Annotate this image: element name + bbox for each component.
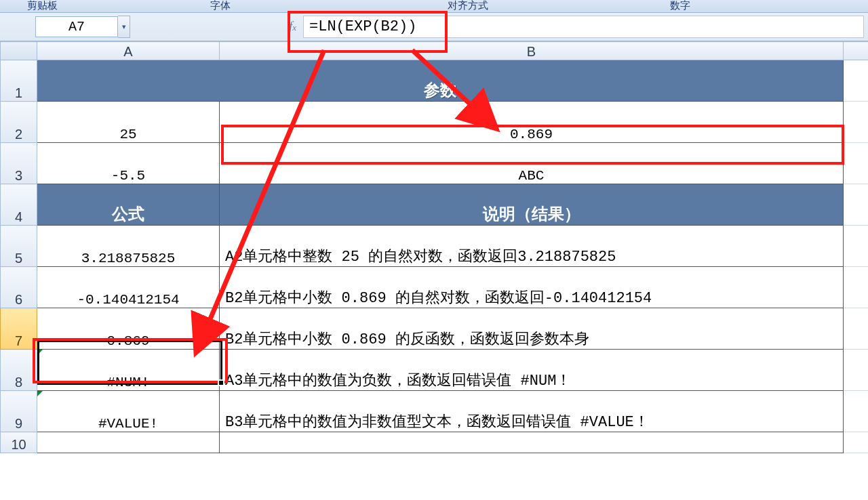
cell-C8[interactable] — [844, 350, 869, 391]
row-header-2[interactable]: 2 — [1, 102, 37, 143]
cell-A6[interactable]: -0.140412154 — [37, 267, 220, 308]
col-header-B[interactable]: B — [220, 42, 844, 60]
cell-C9[interactable] — [844, 391, 869, 432]
cell-A7[interactable]: 0.869 — [37, 308, 220, 350]
formula-bar: A7 ▾ fx — [0, 13, 868, 41]
cell-A3[interactable]: -5.5 — [37, 143, 220, 184]
row-header-6[interactable]: 6 — [1, 267, 37, 308]
cell-B3[interactable]: ABC — [220, 143, 844, 184]
row-header-8[interactable]: 8 — [1, 350, 37, 391]
cell-C7[interactable] — [844, 308, 869, 350]
cell-C10[interactable] — [844, 432, 869, 453]
cell-B8[interactable]: A3单元格中的数值为负数，函数返回错误值 #NUM！ — [220, 350, 844, 391]
cell-B10[interactable] — [220, 432, 844, 453]
cell-C5[interactable] — [844, 226, 869, 267]
select-all-corner[interactable] — [1, 42, 37, 60]
cell-A5[interactable]: 3.218875825 — [37, 226, 220, 267]
name-box-value: A7 — [68, 19, 85, 35]
cell-A4[interactable]: 公式 — [37, 184, 220, 226]
cell-C1[interactable] — [844, 60, 869, 102]
row-header-7[interactable]: 7 — [1, 308, 37, 350]
ribbon-group-font[interactable]: 字体 — [210, 0, 231, 12]
cell-B5[interactable]: A2单元格中整数 25 的自然对数，函数返回3.218875825 — [220, 226, 844, 267]
cell-B4[interactable]: 说明（结果） — [220, 184, 844, 226]
row-header-5[interactable]: 5 — [1, 226, 37, 267]
row-header-1[interactable]: 1 — [1, 60, 37, 102]
cell-B2[interactable]: 0.869 — [220, 102, 844, 143]
cell-C6[interactable] — [844, 267, 869, 308]
worksheet[interactable]: AB1参数2250.8693-5.5ABC4公式说明（结果）53.2188758… — [0, 41, 868, 453]
row-header-9[interactable]: 9 — [1, 391, 37, 432]
cell-A9[interactable]: #VALUE! — [37, 391, 220, 432]
cell-C3[interactable] — [844, 143, 869, 184]
cell-B7[interactable]: B2单元格中小数 0.869 的反函数，函数返回参数本身 — [220, 308, 844, 350]
col-header-c[interactable] — [844, 42, 869, 60]
cell-C2[interactable] — [844, 102, 869, 143]
cell-A10[interactable] — [37, 432, 220, 453]
ribbon-group-number[interactable]: 数字 — [670, 0, 690, 12]
ribbon-group-clipboard[interactable]: 剪贴板 — [27, 0, 58, 12]
formula-input[interactable] — [304, 16, 863, 38]
cell-A2[interactable]: 25 — [37, 102, 220, 143]
row-header-3[interactable]: 3 — [1, 143, 37, 184]
row-header-10[interactable]: 10 — [1, 432, 37, 453]
cell-A8[interactable]: #NUM! — [37, 350, 220, 391]
fx-icon[interactable]: fx — [289, 20, 296, 34]
name-box-dropdown[interactable]: ▾ — [118, 16, 130, 38]
chevron-down-icon: ▾ — [122, 22, 126, 31]
ribbon-strip: 剪贴板 字体 对齐方式 数字 — [0, 0, 868, 13]
col-header-A[interactable]: A — [37, 42, 220, 60]
ribbon-group-align[interactable]: 对齐方式 — [448, 0, 488, 12]
cell-B9[interactable]: B3单元格中的数值为非数值型文本，函数返回错误值 #VALUE！ — [220, 391, 844, 432]
cell-merged-header[interactable]: 参数 — [37, 60, 844, 102]
name-box[interactable]: A7 — [35, 16, 118, 37]
row-header-4[interactable]: 4 — [1, 184, 37, 226]
cell-C4[interactable] — [844, 184, 869, 226]
cell-B6[interactable]: B2单元格中小数 0.869 的自然对数，函数返回-0.140412154 — [220, 267, 844, 308]
